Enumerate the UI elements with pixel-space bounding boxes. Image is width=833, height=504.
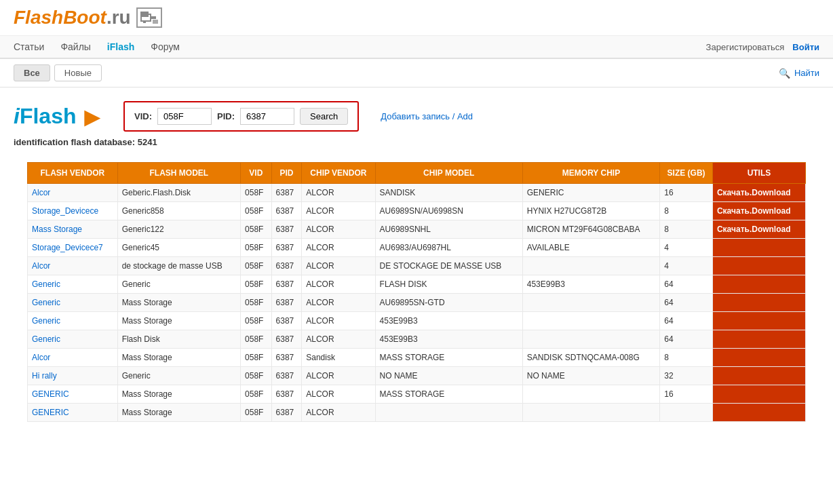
vendor-link[interactable]: GENERIC [32, 408, 69, 417]
vendor-link[interactable]: Generic [32, 334, 60, 344]
table-cell-7: 64 [660, 294, 713, 312]
add-record-link[interactable]: Добавить запись / Add [381, 111, 473, 121]
table-cell-5: SANDISK [375, 184, 522, 202]
table-cell-1: Generic45 [117, 239, 240, 257]
table-cell-3: 6387 [271, 404, 302, 422]
table-cell-5: 453E99B3 [375, 312, 522, 330]
table-cell-7: 4 [660, 257, 713, 275]
table-cell-5: MASS STORAGE [375, 385, 522, 404]
table-cell-0[interactable]: Generic [28, 294, 118, 312]
table-cell-0[interactable]: Alcor [28, 349, 118, 367]
table-row: GENERICMass Storage058F6387ALCORMASS STO… [28, 385, 806, 404]
table-row: Hi rallyGeneric058F6387ALCORNO NAMENO NA… [28, 367, 806, 385]
vendor-link[interactable]: Generic [32, 316, 60, 326]
col-size: SIZE (GB) [660, 163, 713, 184]
table-cell-8[interactable]: Скачать.Download [712, 220, 805, 239]
table-cell-8[interactable] [712, 330, 805, 349]
utils-download-link[interactable]: Скачать.Download [717, 225, 791, 234]
utils-download-link[interactable]: Скачать.Download [717, 188, 791, 197]
table-cell-6: MICRON MT29F64G08CBABA [522, 220, 659, 239]
pid-label: PID: [217, 111, 235, 121]
table-cell-0[interactable]: Alcor [28, 184, 118, 202]
table-cell-4: ALCOR [302, 220, 375, 239]
nav-iflash[interactable]: iFlash [107, 41, 134, 52]
vendor-link[interactable]: Storage_Devicece7 [32, 243, 103, 252]
table-cell-8[interactable] [712, 275, 805, 294]
filter-search-label: Найти [794, 68, 819, 78]
table-cell-8[interactable] [712, 367, 805, 385]
vendor-link[interactable]: Hi rally [32, 371, 57, 381]
vendor-link[interactable]: Generic [32, 279, 60, 289]
vendor-link[interactable]: Generic [32, 298, 60, 307]
table-cell-8[interactable] [712, 294, 805, 312]
table-cell-4: ALCOR [302, 312, 375, 330]
table-cell-6 [522, 404, 659, 422]
table-cell-4: ALCOR [302, 239, 375, 257]
table-cell-0[interactable]: Storage_Devicece7 [28, 239, 118, 257]
search-button[interactable]: Search [300, 108, 348, 125]
table-cell-8[interactable]: Скачать.Download [712, 202, 805, 220]
table-head: FLASH VENDOR FLASH MODEL VID PID CHIP VE… [28, 163, 806, 184]
table-cell-4: ALCOR [302, 184, 375, 202]
svg-rect-1 [151, 16, 156, 19]
table-cell-8[interactable] [712, 404, 805, 422]
table-cell-3: 6387 [271, 220, 302, 239]
table-cell-8[interactable] [712, 239, 805, 257]
logo: FlashBoot.ru [14, 7, 162, 28]
col-chip-vendor: CHIP VENDOR [302, 163, 375, 184]
table-row: Mass StorageGeneric122058F6387ALCORAU698… [28, 220, 806, 239]
logo-ru: ru [112, 7, 131, 28]
logo-dot: . [106, 7, 112, 28]
svg-rect-3 [143, 21, 146, 23]
logo-boot: Boot [63, 7, 106, 28]
table-row: GenericMass Storage058F6387ALCOR453E99B3… [28, 312, 806, 330]
table-cell-0[interactable]: Storage_Devicece [28, 202, 118, 220]
vid-input[interactable] [157, 108, 212, 125]
vendor-link[interactable]: Alcor [32, 261, 50, 271]
table-cell-8[interactable] [712, 349, 805, 367]
table-cell-8[interactable] [712, 385, 805, 404]
table-row: GENERICMass Storage058F6387ALCOR [28, 404, 806, 422]
nav-forum[interactable]: Форум [151, 41, 180, 52]
table-cell-8[interactable]: Скачать.Download [712, 184, 805, 202]
table-cell-4: ALCOR [302, 275, 375, 294]
table-cell-3: 6387 [271, 385, 302, 404]
table-cell-7: 8 [660, 220, 713, 239]
nav: Статьи Файлы iFlash Форум Зарегистироват… [0, 36, 833, 59]
table-cell-5: FLASH DISK [375, 275, 522, 294]
table-cell-0[interactable]: Generic [28, 275, 118, 294]
table-cell-8[interactable] [712, 312, 805, 330]
nav-register[interactable]: Зарегистироваться [706, 42, 785, 52]
vendor-link[interactable]: GENERIC [32, 389, 69, 399]
filter-new-button[interactable]: Новые [54, 64, 102, 81]
table-cell-0[interactable]: GENERIC [28, 404, 118, 422]
table-cell-6 [522, 385, 659, 404]
table-wrapper: FLASH VENDOR FLASH MODEL VID PID CHIP VE… [0, 162, 833, 422]
nav-login[interactable]: Войти [792, 42, 819, 52]
vendor-link[interactable]: Alcor [32, 353, 50, 362]
table-cell-3: 6387 [271, 184, 302, 202]
table-cell-0[interactable]: Hi rally [28, 367, 118, 385]
col-flash-model: FLASH MODEL [117, 163, 240, 184]
table-cell-4: ALCOR [302, 367, 375, 385]
vendor-link[interactable]: Mass Storage [32, 225, 82, 234]
table-cell-0[interactable]: Mass Storage [28, 220, 118, 239]
table-cell-6 [522, 257, 659, 275]
table-cell-0[interactable]: GENERIC [28, 385, 118, 404]
filter-all-button[interactable]: Все [14, 64, 50, 81]
table-cell-8[interactable] [712, 257, 805, 275]
table-cell-0[interactable]: Generic [28, 312, 118, 330]
col-pid: PID [271, 163, 302, 184]
utils-download-link[interactable]: Скачать.Download [717, 206, 791, 216]
table-cell-0[interactable]: Alcor [28, 257, 118, 275]
nav-articles[interactable]: Статьи [14, 41, 44, 52]
vendor-link[interactable]: Storage_Devicece [32, 206, 98, 216]
table-cell-3: 6387 [271, 330, 302, 349]
table-cell-5: AU6983/AU6987HL [375, 239, 522, 257]
table-cell-0[interactable]: Generic [28, 330, 118, 349]
nav-files[interactable]: Файлы [60, 41, 90, 52]
filter-search[interactable]: 🔍 Найти [779, 68, 819, 79]
vendor-link[interactable]: Alcor [32, 188, 50, 197]
pid-input[interactable] [240, 108, 294, 125]
db-info: identification flash database: 5241 [14, 137, 819, 147]
